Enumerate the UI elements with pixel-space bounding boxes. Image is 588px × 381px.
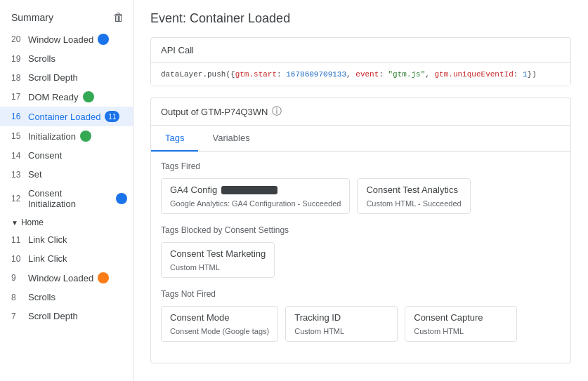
sidebar-item-initialization-15[interactable]: 15 Initialization [0, 126, 133, 146]
tag-card-tracking-id[interactable]: Tracking ID Custom HTML [285, 306, 398, 342]
trash-icon[interactable]: 🗑 [113, 11, 124, 24]
sidebar: Summary 🗑 20 Window Loaded 19 Scrolls 18… [0, 0, 133, 381]
tabs: Tags Variables [151, 126, 570, 152]
sidebar-item-scroll-depth-18[interactable]: 18 Scroll Depth [0, 68, 133, 87]
sidebar-item-scrolls-19[interactable]: 19 Scrolls [0, 49, 133, 68]
main-content: Event: Container Loaded API Call dataLay… [133, 0, 588, 381]
sidebar-item-set-13[interactable]: 13 Set [0, 165, 133, 184]
tags-blocked-label: Tags Blocked by Consent Settings [161, 225, 561, 235]
tag-card-consent-analytics[interactable]: Consent Test Analytics Custom HTML - Suc… [357, 178, 470, 214]
page-title: Event: Container Loaded [150, 11, 571, 26]
tab-tags[interactable]: Tags [151, 126, 198, 152]
tags-not-fired-cards: Consent Mode Consent Mode (Google tags) … [161, 306, 561, 342]
sidebar-item-container-loaded-16[interactable]: 16 Container Loaded 11 [0, 107, 133, 126]
sidebar-item-scrolls-8[interactable]: 8 Scrolls [0, 288, 133, 307]
output-title: Output of GTM-P74Q3WN [161, 107, 268, 117]
tag-card-consent-marketing[interactable]: Consent Test Marketing Custom HTML [161, 242, 275, 278]
sidebar-item-consent-init-12[interactable]: 12 Consent Initialization [0, 184, 133, 213]
tab-variables[interactable]: Variables [198, 126, 263, 152]
sidebar-header: Summary 🗑 [0, 6, 133, 29]
sidebar-item-scroll-depth-7[interactable]: 7 Scroll Depth [0, 307, 133, 326]
sidebar-item-window-loaded-20[interactable]: 20 Window Loaded [0, 29, 133, 49]
info-icon[interactable]: ⓘ [272, 105, 282, 118]
output-section: Output of GTM-P74Q3WN ⓘ Tags Variables T… [150, 98, 571, 363]
output-header: Output of GTM-P74Q3WN ⓘ [151, 98, 570, 126]
summary-label: Summary [11, 12, 53, 23]
sidebar-item-consent-14[interactable]: 14 Consent [0, 146, 133, 165]
api-call-box: API Call dataLayer.push({gtm.start: 1678… [150, 37, 571, 86]
redacted-bar [221, 186, 277, 194]
tags-blocked-cards: Consent Test Marketing Custom HTML [161, 242, 561, 278]
sidebar-item-window-loaded-9[interactable]: 9 Window Loaded [0, 268, 133, 288]
sidebar-item-dom-ready-17[interactable]: 17 DOM Ready [0, 87, 133, 107]
api-call-header: API Call [151, 38, 570, 63]
tag-card-ga4-config[interactable]: GA4 Config Google Analytics: GA4 Configu… [161, 178, 350, 214]
sidebar-item-link-click-11[interactable]: 11 Link Click [0, 230, 133, 249]
tags-not-fired-label: Tags Not Fired [161, 289, 561, 299]
tag-card-consent-mode[interactable]: Consent Mode Consent Mode (Google tags) [161, 306, 278, 342]
sidebar-group-home: ▼ Home [0, 213, 133, 230]
api-call-body: dataLayer.push({gtm.start: 1678609709133… [151, 63, 570, 86]
sidebar-item-link-click-10[interactable]: 10 Link Click [0, 249, 133, 268]
tags-fired-cards: GA4 Config Google Analytics: GA4 Configu… [161, 178, 561, 214]
tags-fired-label: Tags Fired [161, 161, 561, 171]
tags-content: Tags Fired GA4 Config Google Analytics: … [151, 152, 570, 363]
tag-card-consent-capture[interactable]: Consent Capture Custom HTML [405, 306, 517, 342]
